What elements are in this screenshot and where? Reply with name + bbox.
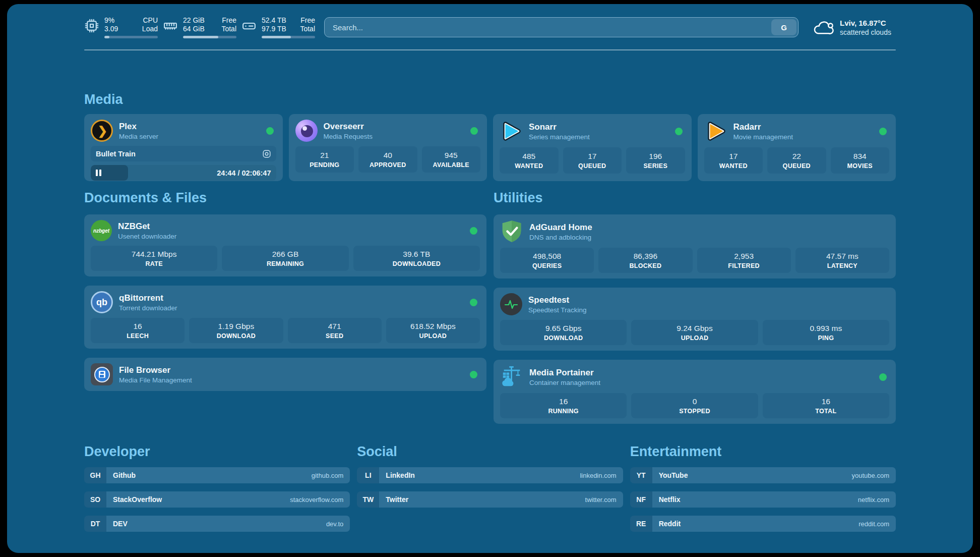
app-description: Usenet downloader [118,233,176,240]
bookmarks-grid: Developer GH Github github.com SO StackO… [84,444,896,532]
qbittorrent-icon: qb [91,291,113,313]
cpu-progress-bar [104,36,158,38]
status-dot [470,127,478,135]
app-name: Speedtest [528,295,587,305]
pause-icon[interactable] [96,170,101,176]
overseerr-card[interactable]: Overseerr Media Requests 21 PENDING 40 A… [289,114,487,181]
plex-card[interactable]: ❯ Plex Media server Bullet Train [84,114,283,181]
link-netflix[interactable]: NF Netflix netflix.com [630,491,896,508]
stat-seed: 471 SEED [288,318,382,343]
adguard-card[interactable]: AdGuard Home DNS and adblocking 498,508 … [494,214,896,278]
app-name: NZBGet [118,221,176,232]
stat-queries: 498,508 QUERIES [500,248,594,273]
section-title-documents: Documents & Files [84,190,486,205]
stat-download: 9.65 Gbps DOWNLOAD [500,320,627,345]
search-provider-button[interactable]: G [771,19,797,35]
app-description: Speedtest Tracking [528,306,587,314]
qbittorrent-card[interactable]: qb qBittorrent Torrent downloader 16 LEE… [84,286,486,349]
stat-series: 196 SERIES [626,147,685,174]
link-abbr: SO [84,491,106,508]
link-abbr: YT [630,467,652,483]
stat-wanted: 485 WANTED [500,147,559,174]
stat-upload: 9.24 Gbps UPLOAD [631,320,758,345]
app-name: Plex [119,122,158,132]
bookmark-group-social: Social LI LinkedIn linkedin.com TW Twitt… [357,444,623,532]
search-bar[interactable]: G [324,17,799,37]
header-divider [84,49,896,50]
memory-total-label: Total [221,25,236,33]
bookmark-group-developer: Developer GH Github github.com SO StackO… [84,444,350,532]
stat-ping: 0.993 ms PING [763,320,889,345]
portainer-icon [500,365,523,388]
overseerr-icon [295,120,318,142]
cpu-icon [84,18,99,33]
session-capture-icon[interactable] [262,149,271,158]
link-youtube[interactable]: YT YouTube youtube.com [630,467,896,483]
sonarr-card[interactable]: Sonarr Series management 485 WANTED 17 Q… [493,114,692,181]
stat-queued: 17 QUEUED [563,147,622,174]
section-title-entertainment: Entertainment [630,444,896,459]
speedtest-icon [500,293,522,315]
stat-filtered: 2,953 FILTERED [697,248,791,273]
radarr-card[interactable]: Radarr Movie management 17 WANTED 22 QUE… [698,114,896,181]
stat-running: 16 RUNNING [500,393,627,418]
stat-available: 945 AVAILABLE [422,146,481,173]
app-description: Torrent downloader [119,304,177,312]
link-twitter[interactable]: TW Twitter twitter.com [357,491,623,508]
stat-upload: 618.52 Mbps UPLOAD [386,318,480,343]
link-abbr: NF [630,491,652,508]
cpu-stat-widget: 9% 3.09 CPU Load [84,16,158,38]
status-dot [266,127,274,135]
app-name: Media Portainer [529,368,600,378]
stat-blocked: 86,396 BLOCKED [598,248,692,273]
radarr-icon [704,120,727,143]
link-reddit[interactable]: RE Reddit reddit.com [630,516,896,532]
app-name: qBittorrent [119,293,177,303]
search-input[interactable] [324,17,799,37]
playback-progress-bar[interactable]: 24:44 / 02:06:47 [91,165,276,181]
speedtest-card[interactable]: Speedtest Speedtest Tracking 9.65 Gbps D… [494,288,896,351]
weather-widget[interactable]: Lviv, 16.87°C scattered clouds [813,18,896,37]
section-title-developer: Developer [84,444,350,459]
link-dev[interactable]: DT DEV dev.to [84,516,350,532]
bookmark-group-entertainment: Entertainment YT YouTube youtube.com NF … [630,444,896,532]
app-description: Series management [529,133,590,141]
app-name: Sonarr [529,122,590,132]
stat-pending: 21 PENDING [295,146,354,173]
media-card-grid: ❯ Plex Media server Bullet Train [84,114,896,181]
nzbget-card[interactable]: nzbget NZBGet Usenet downloader 744.21 M… [84,214,486,276]
app-name: AdGuard Home [529,222,592,233]
now-playing-title: Bullet Train [96,150,136,158]
plex-icon: ❯ [91,120,113,142]
nzbget-icon: nzbget [91,220,112,241]
portainer-card[interactable]: Media Portainer Container management 16 … [494,360,896,424]
ram-icon [163,18,178,33]
section-title-media: Media [84,92,896,107]
disk-total-value: 97.9 TB [262,25,286,33]
stat-movies: 834 MOVIES [831,147,890,174]
app-description: Media Requests [324,133,373,140]
documents-column: Documents & Files nzbget NZBGet Usenet d… [84,190,486,424]
status-dot [675,128,683,135]
app-name: Radarr [733,122,793,132]
top-bar: 9% 3.09 CPU Load [84,16,896,38]
playback-time: 24:44 / 02:06:47 [217,169,271,177]
stat-stopped: 0 STOPPED [631,393,758,418]
app-description: Media server [119,133,158,140]
cpu-load-value: 3.09 [104,25,118,33]
filebrowser-card[interactable]: File Browser Media File Management [84,358,486,391]
link-stackoverflow[interactable]: SO StackOverflow stackoverflow.com [84,491,350,508]
cpu-usage-label: CPU [142,16,158,25]
disk-stat-widget: 52.4 TB 97.9 TB Free Total [241,16,315,38]
utilities-column: Utilities AdGuard Home [494,190,896,424]
stat-downloaded: 39.6 TB DOWNLOADED [353,246,480,271]
app-name: File Browser [119,365,192,375]
dashboard-page: 9% 3.09 CPU Load [7,4,973,553]
disk-progress-bar [262,36,315,38]
link-abbr: DT [84,516,106,532]
stat-remaining: 266 GB REMAINING [222,246,348,271]
link-linkedin[interactable]: LI LinkedIn linkedin.com [357,467,623,483]
link-github[interactable]: GH Github github.com [84,467,350,483]
stat-approved: 40 APPROVED [358,146,417,173]
cloud-icon [813,19,834,36]
